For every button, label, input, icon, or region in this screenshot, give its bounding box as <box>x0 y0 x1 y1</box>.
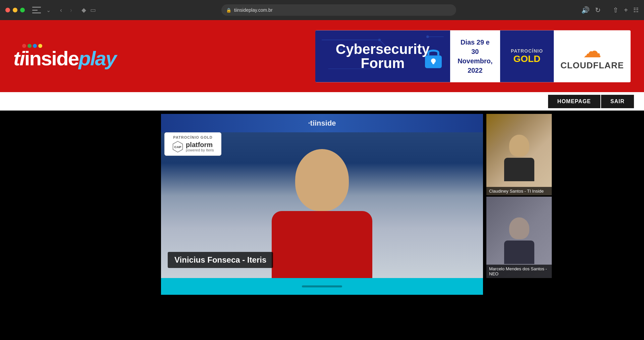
sair-button[interactable]: SAIR <box>601 95 634 108</box>
browser-chrome: ⌄ ‹ › ◆ ▭ 🔒 tiinsideplay.com.br 🔊 ↻ ⇧ + … <box>0 0 644 20</box>
logo-play: play <box>78 49 116 69</box>
video-container: PATROCÍNIO GOLD CAP platform powered by … <box>161 114 483 295</box>
cap-platform-text: platform powered by Iteris <box>186 141 214 152</box>
maximize-button[interactable] <box>20 8 25 12</box>
forum-title: Forum <box>361 56 405 70</box>
page-icon: ▭ <box>90 6 96 14</box>
side-person-2-head <box>509 217 529 239</box>
side-person-1-figure <box>486 114 552 195</box>
presenter-head <box>295 149 349 211</box>
grid-icon[interactable]: ☷ <box>633 6 639 14</box>
banner-dates: Dias 29 e 30 Novembro, 2022 <box>450 30 500 82</box>
back-button[interactable]: ‹ <box>57 5 65 15</box>
patrocinio-label: PATROCÍNIO <box>511 48 543 54</box>
cloudflare-name: CLOUDFLARE <box>560 60 624 71</box>
cap-patrocinio-label: PATROCÍNIO GOLD <box>173 135 212 139</box>
close-button[interactable] <box>5 8 10 12</box>
cybersecurity-title: Cybersecurity <box>336 42 430 56</box>
traffic-lights <box>5 8 25 12</box>
shield-icon: ◆ <box>82 6 86 14</box>
minimize-button[interactable] <box>13 8 17 12</box>
side-video-2: Marcelo Mendes dos Santos - NEO <box>486 197 552 278</box>
logo-ti: ti <box>13 49 24 69</box>
side-person-2-label: Marcelo Mendes dos Santos - NEO <box>486 265 552 278</box>
svg-point-6 <box>426 35 429 38</box>
video-bottom-bar <box>161 278 483 295</box>
side-videos: Claudiney Santos - TI Inside Marcelo Men… <box>486 114 552 278</box>
lock-badge-icon <box>423 46 443 66</box>
banner-ad[interactable]: Cybersecurity Forum Dias 29 e 30 Novembr <box>315 30 631 82</box>
site-header: ti inside play <box>0 20 644 92</box>
gold-label: GOLD <box>513 54 540 64</box>
side-person-1-head <box>509 135 529 156</box>
banner-cloudflare: ☁ CLOUDFLARE <box>554 30 631 82</box>
cap-logo: CAP platform powered by Iteris <box>172 141 214 153</box>
share-icon[interactable]: ⇧ <box>613 6 619 14</box>
lock-icon: 🔒 <box>226 8 231 13</box>
cap-platform-name: platform <box>186 141 214 148</box>
side-video-1: Claudiney Santos - TI Inside <box>486 114 552 195</box>
site-nav: HOMEPAGE SAIR <box>0 92 644 111</box>
cap-sponsor-badge: PATROCÍNIO GOLD CAP platform powered by … <box>164 132 221 156</box>
url-text: tiinsideplay.com.br <box>234 7 273 13</box>
svg-point-2 <box>378 39 381 41</box>
logo-area: ti inside play <box>13 44 116 69</box>
svg-rect-11 <box>432 61 434 64</box>
banner-gold-sponsor: PATROCÍNIO GOLD <box>500 30 554 82</box>
sidebar-toggle-button[interactable] <box>32 7 41 13</box>
logo-inside: inside <box>24 49 78 69</box>
browser-actions: 🔊 ↻ ⇧ + ☷ <box>581 6 639 14</box>
side-person-2-torso <box>504 241 534 264</box>
video-watermark: ·tiinside <box>308 119 336 128</box>
side-person-1-label: Claudiney Santos - TI Inside <box>486 187 552 195</box>
cloudflare-cloud-icon: ☁ <box>583 42 601 60</box>
progress-indicator <box>302 285 342 287</box>
new-tab-icon[interactable]: + <box>624 6 628 14</box>
cap-hexagon-icon: CAP <box>172 141 184 153</box>
svg-text:CAP: CAP <box>174 145 181 149</box>
side-person-1-torso <box>504 158 534 181</box>
presenter-figure <box>255 149 389 278</box>
presenter-torso <box>272 211 372 278</box>
volume-icon[interactable]: 🔊 <box>581 6 590 14</box>
presenter-name-label: Vinicius Fonseca - Iteris <box>168 252 273 268</box>
cap-powered-by: powered by Iteris <box>186 148 214 152</box>
forward-button[interactable]: › <box>67 5 75 15</box>
site-wrapper: ti inside play <box>0 20 644 340</box>
reload-button[interactable]: ↻ <box>595 6 601 14</box>
chevron-down-icon[interactable]: ⌄ <box>46 7 51 13</box>
banner-cybersecurity: Cybersecurity Forum <box>315 30 450 82</box>
address-bar-container: 🔒 tiinsideplay.com.br <box>100 4 577 16</box>
video-section: PATROCÍNIO GOLD CAP platform powered by … <box>0 111 644 340</box>
banner-dates-text: Dias 29 e 30 Novembro, 2022 <box>457 38 493 75</box>
homepage-button[interactable]: HOMEPAGE <box>548 95 600 108</box>
video-blue-header: ·tiinside <box>161 114 483 132</box>
browser-navigation: ‹ › <box>57 5 75 15</box>
address-bar[interactable]: 🔒 tiinsideplay.com.br <box>221 4 456 16</box>
